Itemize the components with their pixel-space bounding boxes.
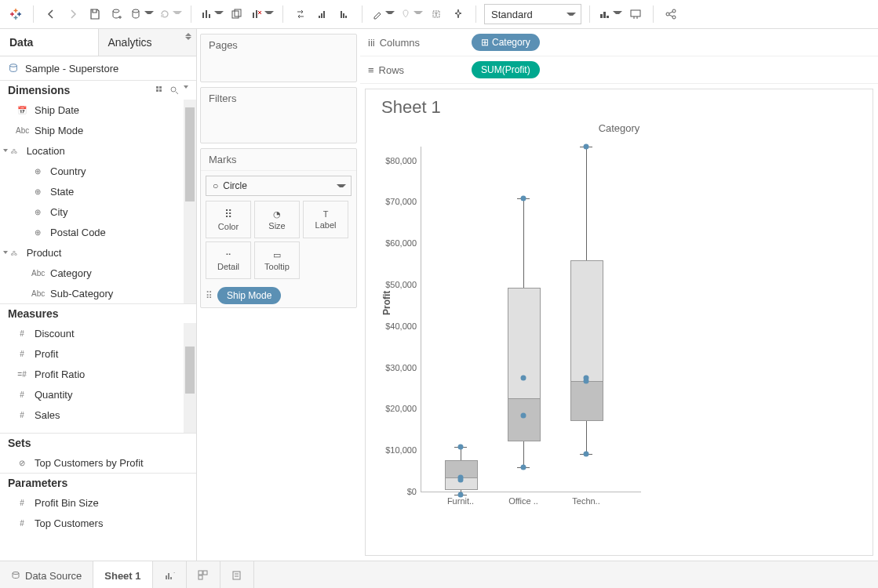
sheet-tabs: Data Source Sheet 1 + — [0, 561, 878, 588]
svg-point-8 — [113, 9, 119, 13]
svg-line-39 — [669, 15, 672, 16]
search-icon[interactable] — [169, 85, 179, 95]
field-city[interactable]: ⊕City — [0, 201, 196, 222]
clear-sheet-icon[interactable] — [250, 5, 275, 24]
mark-pill-ship-mode[interactable]: Ship Mode — [217, 287, 281, 304]
y-tick: $10,000 — [377, 445, 421, 455]
marks-size[interactable]: ◔Size — [254, 201, 300, 238]
field-category[interactable]: AbcCategory — [0, 263, 196, 283]
marks-color[interactable]: ⠿Color — [206, 201, 251, 238]
hierarchy-product[interactable]: ஃ Product — [0, 242, 196, 263]
measures-scrollbar[interactable] — [184, 323, 196, 433]
plot-area[interactable]: $0 $10,000 $20,000 $30,000 $40,000 $50,0… — [421, 147, 641, 492]
tab-analytics[interactable]: Analytics — [98, 29, 197, 56]
svg-rect-16 — [235, 9, 241, 16]
show-me-icon[interactable] — [598, 5, 623, 24]
field-top-customers[interactable]: #Top Customers — [0, 513, 196, 533]
svg-rect-53 — [203, 571, 207, 575]
svg-rect-31 — [607, 16, 609, 18]
labels-icon[interactable]: T — [427, 5, 446, 24]
columns-shelf[interactable]: iiiColumns ⊞Category — [360, 29, 878, 56]
number-icon: # — [16, 499, 28, 507]
svg-rect-14 — [209, 14, 210, 18]
rows-pill-profit[interactable]: SUM(Profit) — [472, 61, 540, 78]
svg-rect-41 — [156, 86, 158, 89]
tooltip-icon: ▭ — [273, 250, 281, 260]
datasource-row[interactable]: Sample - Superstore — [0, 56, 196, 80]
dimensions-header: Dimensions — [0, 80, 196, 100]
field-state[interactable]: ⊕State — [0, 181, 196, 201]
forward-icon[interactable] — [64, 5, 82, 24]
field-profit-ratio[interactable]: =#Profit Ratio — [0, 364, 196, 384]
pin-icon[interactable] — [449, 5, 468, 24]
x-label: Furnit.. — [437, 492, 484, 506]
x-label: Office .. — [500, 492, 547, 506]
field-profit-bin-size[interactable]: #Profit Bin Size — [0, 492, 196, 513]
svg-point-45 — [171, 87, 176, 92]
field-ship-mode[interactable]: AbcShip Mode — [0, 120, 196, 140]
number-icon: # — [16, 390, 28, 399]
new-story-tab[interactable] — [220, 561, 254, 588]
new-dashboard-tab[interactable] — [187, 561, 220, 588]
abc-icon: Abc — [16, 126, 28, 135]
color-icon: ⠿ — [224, 208, 232, 220]
marks-tooltip[interactable]: ▭Tooltip — [254, 241, 300, 279]
svg-rect-49 — [168, 573, 169, 579]
number-icon: # — [16, 519, 28, 528]
sheet-title[interactable]: Sheet 1 — [381, 97, 865, 118]
new-worksheet-icon[interactable] — [199, 5, 224, 24]
svg-rect-29 — [600, 14, 603, 18]
y-tick: $40,000 — [377, 321, 421, 331]
tableau-logo-icon[interactable] — [6, 5, 25, 24]
share-icon[interactable] — [661, 5, 680, 24]
save-icon[interactable] — [86, 5, 104, 24]
field-country[interactable]: ⊕Country — [0, 161, 196, 181]
svg-point-37 — [672, 16, 676, 19]
fit-selector[interactable]: Standard — [484, 4, 581, 24]
field-top-customers-profit[interactable]: ⊘Top Customers by Profit — [0, 452, 196, 473]
pages-shelf[interactable]: Pages — [200, 34, 357, 82]
dimensions-scrollbar[interactable] — [184, 100, 196, 303]
tab-sheet-1[interactable]: Sheet 1 — [93, 561, 152, 588]
refresh-icon[interactable] — [158, 5, 183, 24]
sort-asc-icon[interactable] — [313, 5, 332, 24]
tab-data-source[interactable]: Data Source — [0, 561, 93, 588]
columns-pill-category[interactable]: ⊞Category — [472, 34, 540, 51]
field-ship-date[interactable]: 📅Ship Date — [0, 100, 196, 120]
datasource-icon — [11, 571, 20, 580]
svg-point-11 — [133, 9, 139, 13]
field-quantity[interactable]: #Quantity — [0, 384, 196, 405]
field-postal-code[interactable]: ⊕Postal Code — [0, 222, 196, 242]
presentation-icon[interactable] — [626, 5, 645, 24]
svg-rect-26 — [345, 16, 347, 18]
mark-type-selector[interactable]: ○Circle — [206, 176, 352, 196]
field-sub-category[interactable]: AbcSub-Category — [0, 283, 196, 303]
svg-rect-13 — [206, 10, 207, 18]
rows-shelf[interactable]: ≡Rows SUM(Profit) — [360, 56, 878, 84]
rows-label: Rows — [379, 64, 405, 76]
svg-line-38 — [669, 12, 672, 13]
new-worksheet-tab[interactable]: + — [153, 561, 187, 588]
hierarchy-location[interactable]: ஃ Location — [0, 140, 196, 161]
field-sales[interactable]: #Sales — [0, 405, 196, 425]
field-discount[interactable]: #Discount — [0, 323, 196, 343]
svg-rect-30 — [603, 12, 606, 18]
new-dashboard-icon — [198, 570, 209, 581]
filters-shelf[interactable]: Filters — [200, 87, 357, 143]
marks-card: Marks ○Circle ⠿Color ◔Size TLabel ⠒Detai… — [200, 148, 357, 308]
pause-updates-icon[interactable] — [129, 5, 155, 24]
tab-data[interactable]: Data — [0, 29, 98, 56]
chart-header: Category — [373, 122, 865, 134]
back-icon[interactable] — [42, 5, 60, 24]
marks-detail[interactable]: ⠒Detail — [206, 241, 251, 279]
highlight-icon[interactable] — [370, 5, 395, 24]
swap-icon[interactable] — [291, 5, 310, 24]
new-datasource-icon[interactable] — [107, 5, 126, 24]
duplicate-sheet-icon[interactable] — [228, 5, 246, 24]
marks-label[interactable]: TLabel — [303, 201, 348, 238]
dropdown-icon[interactable] — [184, 85, 188, 89]
sort-desc-icon[interactable] — [335, 5, 354, 24]
list-view-icon[interactable] — [155, 85, 165, 95]
field-profit[interactable]: #Profit — [0, 343, 196, 364]
group-icon[interactable] — [399, 5, 424, 24]
